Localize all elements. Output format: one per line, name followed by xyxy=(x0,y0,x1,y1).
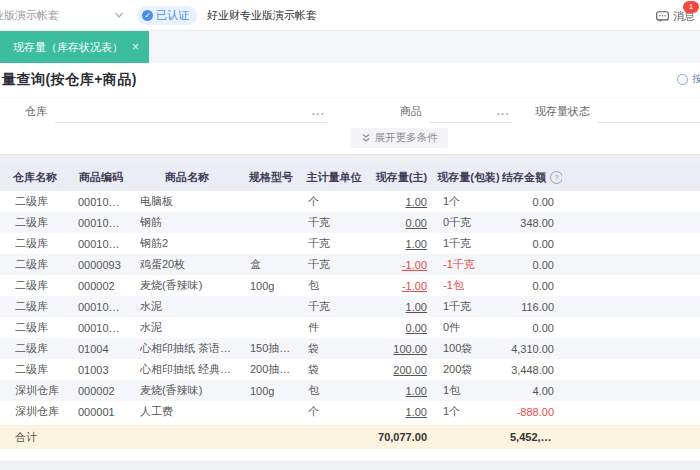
cell-warehouse: 二级库 xyxy=(0,317,70,338)
product-input[interactable]: ··· xyxy=(430,102,512,123)
title-row: 量查询(按仓库+商品) 按相 xyxy=(0,63,700,98)
cell-warehouse: 二级库 xyxy=(0,359,70,380)
table-row: 二级库000002麦烧(香辣味)100g包-1.00-1包0.00 xyxy=(0,275,700,296)
cell-unit: 千克 xyxy=(300,233,368,254)
table-row: 深圳仓库000002麦烧(香辣味)100g包1.001包4.00 xyxy=(0,380,700,401)
cell-code: 000002 xyxy=(70,275,132,296)
expand-more-button[interactable]: 展开更多条件 xyxy=(351,128,448,148)
topbar: 业版演示帐套 ✓ 已认证 好业财专业版演示帐套 消息 1 xyxy=(0,0,700,31)
qty-main-link[interactable]: 1.00 xyxy=(406,301,427,313)
cell-spec xyxy=(242,212,300,233)
cell-qty-main: -1.00 xyxy=(368,275,435,296)
messages-button[interactable]: 消息 1 xyxy=(656,9,695,24)
cell-spec: 盒 xyxy=(242,254,300,275)
cell-qty-pack: 200袋 xyxy=(435,359,502,380)
verified-label: 已认证 xyxy=(156,8,189,23)
warehouse-input[interactable]: ··· xyxy=(55,102,327,123)
column-header[interactable]: 商品编码 xyxy=(70,163,132,191)
stock-status-input[interactable] xyxy=(598,102,700,123)
cell-name: 水泥 xyxy=(132,317,242,338)
qty-main-link[interactable]: 1.00 xyxy=(406,406,427,418)
account-switcher[interactable]: 业版演示帐套 xyxy=(0,8,59,23)
cell-qty-pack: 0件 xyxy=(435,317,502,338)
cell-qty-main: 1.00 xyxy=(368,296,435,317)
table-row: 二级库00010003钢筋2千克1.001千克0.00 xyxy=(0,233,700,254)
cell-filler xyxy=(562,254,700,275)
column-header[interactable]: 结存金额? xyxy=(502,163,562,191)
table-row: 二级库01004心相印抽纸 茶语系列 ...150抽*3包...袋100.001… xyxy=(0,338,700,359)
ellipsis-picker-icon[interactable]: ··· xyxy=(497,109,510,120)
qty-main-link[interactable]: 1.00 xyxy=(406,196,427,208)
cell-warehouse: 二级库 xyxy=(0,254,70,275)
cell-code: 00010005 xyxy=(70,191,132,212)
chevron-down-icon[interactable] xyxy=(113,9,125,21)
cell-unit: 千克 xyxy=(300,212,368,233)
filter-product: 商品 ··· xyxy=(400,102,512,123)
column-header[interactable]: 规格型号 xyxy=(242,163,300,191)
cell-warehouse: 深圳仓库 xyxy=(0,401,70,424)
cell-spec: 200抽*6包 xyxy=(242,359,300,380)
close-icon[interactable]: × xyxy=(132,40,139,54)
cell-spec xyxy=(242,191,300,212)
cell-amount: 4,310.00 xyxy=(502,338,562,359)
cell-qty-main: 1.00 xyxy=(368,233,435,254)
qty-main-link[interactable]: 0.00 xyxy=(406,322,427,334)
cell-name: 水泥 xyxy=(132,296,242,317)
cell-code: 00010004 xyxy=(70,296,132,317)
column-header[interactable]: 现存量(主) xyxy=(368,163,435,191)
cell-qty-pack: 0千克 xyxy=(435,212,502,233)
corner-link[interactable]: 按相 xyxy=(677,72,700,86)
cell-amount: 348.00 xyxy=(502,212,562,233)
qty-main-link[interactable]: 100.00 xyxy=(393,343,427,355)
notification-badge: 1 xyxy=(683,1,699,13)
table-row: 二级库00010001钢筋千克0.000千克348.00 xyxy=(0,212,700,233)
cell-spec: 100g xyxy=(242,380,300,401)
cell-qty-pack: 1个 xyxy=(435,401,502,424)
cell-unit: 包 xyxy=(300,275,368,296)
cell-unit: 件 xyxy=(300,317,368,338)
cell-code: 0000093 xyxy=(70,254,132,275)
cell-name: 心相印抽纸 茶语系列 ... xyxy=(132,338,242,359)
cell-filler xyxy=(562,212,700,233)
corner-icon xyxy=(677,74,688,85)
product-label: 商品 xyxy=(400,104,422,123)
cell-filler xyxy=(562,359,700,380)
cell-unit: 千克 xyxy=(300,254,368,275)
cell-qty-main: 1.00 xyxy=(368,401,435,424)
qty-main-link[interactable]: 1.00 xyxy=(406,238,427,250)
cell-amount: 4.00 xyxy=(502,380,562,401)
expand-more-label: 展开更多条件 xyxy=(375,131,438,145)
qty-main-link[interactable]: 0.00 xyxy=(406,217,427,229)
cell-filler xyxy=(562,233,700,254)
filter-row: 仓库 ··· 商品 ··· 现存量状态 xyxy=(0,98,700,128)
tab-current-stock[interactable]: 现存量（库存状况表） × xyxy=(0,31,149,63)
qty-main-link[interactable]: -1.00 xyxy=(402,280,427,292)
cell-name: 麦烧(香辣味) xyxy=(132,380,242,401)
cell-unit: 包 xyxy=(300,380,368,401)
help-icon[interactable]: ? xyxy=(550,171,562,184)
cell-unit: 袋 xyxy=(300,359,368,380)
warehouse-label: 仓库 xyxy=(25,104,47,123)
cell-code: 00010001 xyxy=(70,212,132,233)
cell-qty-main: 0.00 xyxy=(368,317,435,338)
column-header[interactable]: 商品名称 xyxy=(132,163,242,191)
qty-main-link[interactable]: 1.00 xyxy=(406,385,427,397)
column-header[interactable]: 现存量(包装) xyxy=(435,163,502,191)
cell-code: 01003 xyxy=(70,359,132,380)
cell-warehouse: 二级库 xyxy=(0,212,70,233)
cell-code: 00010003 xyxy=(70,233,132,254)
page-title: 量查询(按仓库+商品) xyxy=(2,71,137,89)
column-header[interactable]: 主计量单位 xyxy=(300,163,368,191)
cell-filler xyxy=(562,317,700,338)
qty-main-link[interactable]: 200.00 xyxy=(393,364,427,376)
table-header-row: 仓库名称商品编码商品名称规格型号主计量单位现存量(主)现存量(包装)结存金额? xyxy=(0,163,700,191)
cell-spec xyxy=(242,401,300,424)
cell-unit: 袋 xyxy=(300,338,368,359)
cell-spec xyxy=(242,296,300,317)
cell-qty-main: -1.00 xyxy=(368,254,435,275)
ellipsis-picker-icon[interactable]: ··· xyxy=(312,109,325,120)
column-header[interactable]: 仓库名称 xyxy=(0,163,70,191)
cell-spec: 100g xyxy=(242,275,300,296)
qty-main-link[interactable]: -1.00 xyxy=(402,259,427,271)
verified-badge: ✓ 已认证 xyxy=(137,6,197,25)
